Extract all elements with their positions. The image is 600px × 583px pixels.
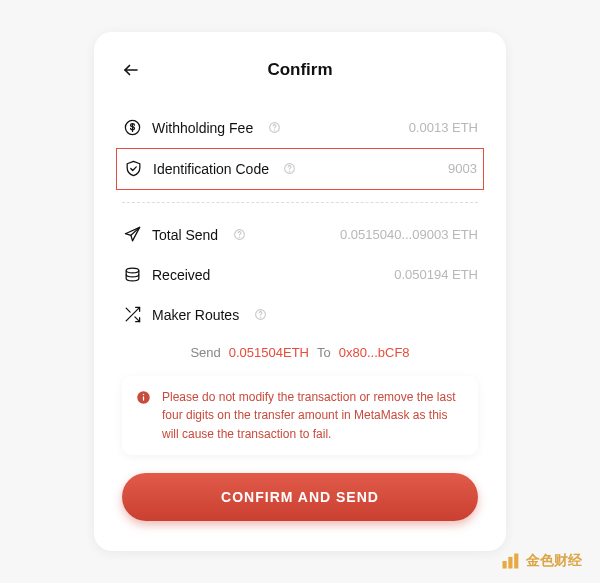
shield-icon [123, 159, 143, 179]
separator [122, 202, 478, 203]
svg-line-10 [134, 317, 139, 322]
send-amount: 0.051504ETH [229, 345, 309, 360]
svg-point-13 [260, 317, 261, 318]
confirm-card: Confirm Withholding Fee 0.0013 ETH [94, 32, 506, 552]
maker-routes-row: Maker Routes [122, 295, 478, 335]
total-send-row: Total Send 0.0515040...09003 ETH [122, 215, 478, 255]
maker-routes-label: Maker Routes [152, 307, 239, 323]
back-button[interactable] [122, 61, 140, 79]
svg-line-11 [126, 308, 130, 312]
withholding-fee-label: Withholding Fee [152, 120, 253, 136]
identification-code-row: Identification Code 9003 [116, 148, 484, 190]
withholding-fee-row: Withholding Fee 0.0013 ETH [122, 108, 478, 148]
help-icon[interactable] [253, 308, 267, 322]
svg-rect-17 [503, 561, 507, 569]
help-icon[interactable] [267, 121, 281, 135]
watermark-text: 金色财经 [526, 552, 582, 570]
page-title: Confirm [267, 60, 332, 80]
dollar-icon [122, 118, 142, 138]
info-icon [136, 390, 152, 406]
warning-text: Please do not modify the transaction or … [162, 388, 464, 444]
svg-point-7 [239, 237, 240, 238]
help-icon[interactable] [283, 162, 297, 176]
received-label: Received [152, 267, 210, 283]
identification-code-value: 9003 [448, 161, 477, 176]
coins-icon [122, 265, 142, 285]
total-send-label: Total Send [152, 227, 218, 243]
svg-rect-18 [508, 557, 512, 569]
withholding-fee-value: 0.0013 ETH [409, 120, 478, 135]
warning-box: Please do not modify the transaction or … [122, 376, 478, 456]
confirm-and-send-button[interactable]: CONFIRM AND SEND [122, 473, 478, 521]
total-send-value: 0.0515040...09003 ETH [340, 227, 478, 242]
to-address: 0x80...bCF8 [339, 345, 410, 360]
maker-route-detail: Send 0.051504ETH To 0x80...bCF8 [122, 345, 478, 360]
received-value: 0.050194 ETH [394, 267, 478, 282]
svg-point-8 [126, 268, 139, 273]
send-icon [122, 225, 142, 245]
received-row: Received 0.050194 ETH [122, 255, 478, 295]
to-label: To [317, 345, 331, 360]
header: Confirm [122, 60, 478, 80]
identification-code-label: Identification Code [153, 161, 269, 177]
help-icon[interactable] [232, 228, 246, 242]
svg-point-5 [290, 171, 291, 172]
watermark-icon [500, 551, 520, 571]
svg-point-16 [143, 393, 145, 395]
shuffle-icon [122, 305, 142, 325]
svg-rect-15 [143, 396, 144, 400]
svg-rect-19 [514, 554, 518, 569]
send-label: Send [190, 345, 220, 360]
watermark: 金色财经 [500, 551, 582, 571]
svg-point-3 [274, 130, 275, 131]
arrow-left-icon [122, 61, 140, 79]
